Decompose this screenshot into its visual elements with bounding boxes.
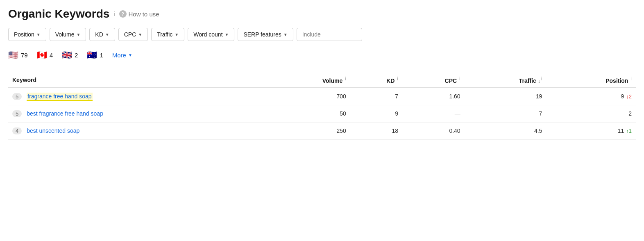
traffic-filter-label: Traffic	[157, 31, 172, 38]
volume-cell: 700	[267, 88, 350, 105]
help-circle-icon: ?	[119, 10, 127, 18]
more-countries-label: More	[112, 52, 126, 59]
col-header-volume: Volume i	[267, 73, 350, 88]
table-row: 5 best fragrance free hand soap 50 9 — 7…	[8, 105, 636, 122]
chevron-down-icon: ▼	[36, 32, 41, 37]
kd-filter-label: KD	[95, 31, 103, 38]
cpc-filter-label: CPC	[124, 31, 136, 38]
country-us[interactable]: 🇺🇸 79	[8, 50, 28, 60]
cpc-cell: —	[402, 105, 465, 122]
chevron-down-icon: ▼	[225, 32, 229, 37]
chevron-down-icon: ▼	[138, 32, 142, 37]
traffic-cell: 7	[465, 105, 546, 122]
keyword-cell: 5 fragrance free hand soap	[8, 88, 267, 105]
position-cell: 9 ↓2	[546, 88, 636, 105]
cpc-cell: 0.40	[402, 122, 465, 139]
keyword-cell: 5 best fragrance free hand soap	[8, 105, 267, 122]
include-input[interactable]	[297, 28, 362, 41]
word-count-badge: 5	[12, 93, 22, 100]
col-header-traffic[interactable]: Traffic ↓i	[465, 73, 546, 88]
serp-filter-label: SERP features	[243, 31, 281, 38]
word-count-filter-label: Word count	[193, 31, 222, 38]
table-row: 5 fragrance free hand soap 700 7 1.60 19…	[8, 88, 636, 105]
col-header-keyword: Keyword	[8, 73, 267, 88]
word-count-filter-btn[interactable]: Word count ▼	[188, 28, 234, 41]
flag-us: 🇺🇸	[8, 50, 18, 60]
cpc-filter-btn[interactable]: CPC ▼	[118, 28, 148, 41]
col-header-cpc: CPC i	[402, 73, 465, 88]
country-filter-row: 🇺🇸 79 🇨🇦 4 🇬🇧 2 🇦🇺 1 More ▼	[8, 50, 636, 65]
flag-au: 🇦🇺	[87, 50, 97, 60]
cpc-cell: 1.60	[402, 88, 465, 105]
traffic-filter-btn[interactable]: Traffic ▼	[151, 28, 184, 41]
country-gb[interactable]: 🇬🇧 2	[62, 50, 78, 60]
keyword-link[interactable]: fragrance free hand soap	[27, 93, 92, 101]
page-header: Organic Keywords i ? How to use	[8, 7, 636, 20]
keyword-cell: 4 best unscented soap	[8, 122, 267, 139]
table-row: 4 best unscented soap 250 18 0.40 4.5 11…	[8, 122, 636, 139]
country-ca[interactable]: 🇨🇦 4	[37, 50, 53, 60]
chevron-down-icon: ▼	[105, 32, 109, 37]
position-filter-label: Position	[14, 31, 34, 38]
volume-cell: 250	[267, 122, 350, 139]
position-value: 11	[618, 127, 624, 134]
position-cell: 11 ↑1	[546, 122, 636, 139]
serp-filter-btn[interactable]: SERP features ▼	[238, 28, 293, 41]
position-filter-btn[interactable]: Position ▼	[8, 28, 46, 41]
country-us-count: 79	[21, 52, 28, 59]
position-cell: 2	[546, 105, 636, 122]
trend-up-icon: ↑1	[626, 128, 632, 134]
keyword-link[interactable]: best unscented soap	[27, 127, 79, 134]
position-value: 9	[621, 93, 624, 100]
chevron-down-icon: ▼	[76, 32, 80, 37]
word-count-badge: 4	[12, 127, 22, 134]
help-link-label: How to use	[129, 11, 159, 18]
chevron-down-icon: ▼	[175, 32, 179, 37]
word-count-badge: 5	[12, 110, 22, 117]
kd-cell: 7	[350, 88, 402, 105]
traffic-cell: 4.5	[465, 122, 546, 139]
keyword-link[interactable]: best fragrance free hand soap	[27, 110, 103, 117]
position-value: 2	[628, 110, 632, 117]
more-countries-btn[interactable]: More ▼	[112, 52, 132, 59]
flag-gb: 🇬🇧	[62, 50, 72, 60]
country-au-count: 1	[100, 52, 103, 59]
chevron-down-icon: ▼	[283, 32, 288, 37]
kd-cell: 18	[350, 122, 402, 139]
col-header-position: Position i	[546, 73, 636, 88]
title-info-icon[interactable]: i	[113, 11, 115, 17]
trend-down-icon: ↓2	[626, 93, 632, 100]
traffic-cell: 19	[465, 88, 546, 105]
keywords-table: Keyword Volume i KD i CPC i Traffic ↓i P…	[8, 73, 636, 140]
country-au[interactable]: 🇦🇺 1	[87, 50, 103, 60]
filter-bar: Position ▼ Volume ▼ KD ▼ CPC ▼ Traffic ▼…	[8, 28, 636, 41]
table-header-row: Keyword Volume i KD i CPC i Traffic ↓i P…	[8, 73, 636, 88]
chevron-down-icon: ▼	[128, 53, 132, 57]
volume-cell: 50	[267, 105, 350, 122]
page-title: Organic Keywords	[8, 7, 109, 20]
col-header-kd: KD i	[350, 73, 402, 88]
kd-filter-btn[interactable]: KD ▼	[89, 28, 115, 41]
volume-filter-btn[interactable]: Volume ▼	[50, 28, 86, 41]
country-gb-count: 2	[75, 52, 78, 59]
volume-filter-label: Volume	[55, 31, 75, 38]
kd-cell: 9	[350, 105, 402, 122]
country-ca-count: 4	[50, 52, 53, 59]
flag-ca: 🇨🇦	[37, 50, 47, 60]
how-to-use-link[interactable]: ? How to use	[119, 10, 159, 18]
